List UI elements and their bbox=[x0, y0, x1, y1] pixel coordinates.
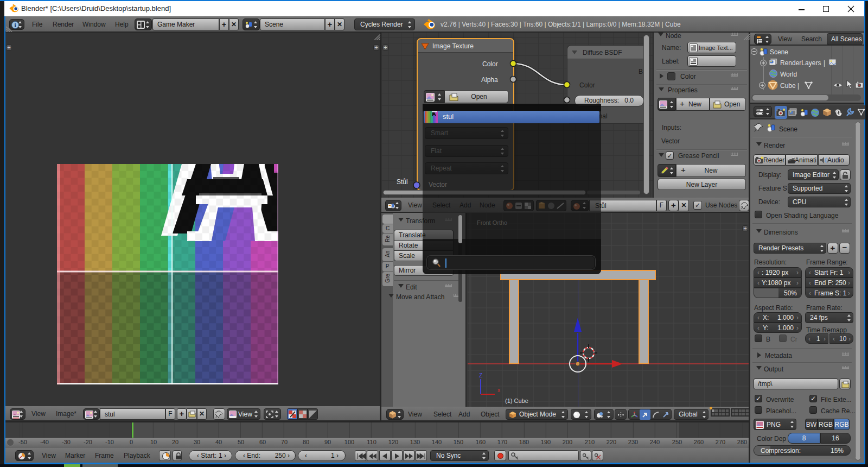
svg-text:i: i bbox=[14, 22, 16, 28]
svg-text:Z: Z bbox=[479, 373, 482, 378]
svg-text:x: x bbox=[497, 387, 500, 393]
